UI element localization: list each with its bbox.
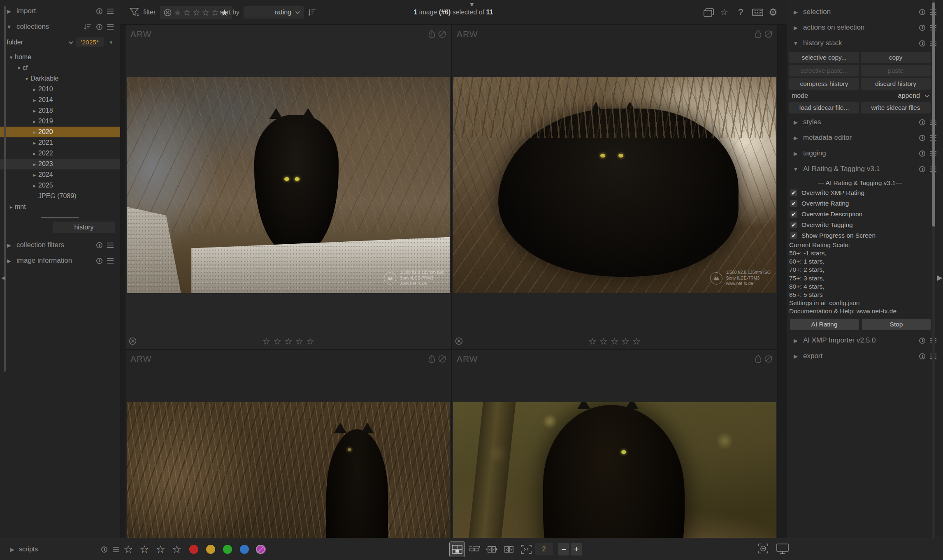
tree-item-cf[interactable]: ▾cf: [0, 62, 120, 73]
checkbox-checked-icon[interactable]: ✔: [790, 189, 797, 197]
star-icon[interactable]: ☆: [284, 336, 293, 347]
section-export[interactable]: export: [787, 348, 943, 364]
section-import[interactable]: import: [0, 3, 120, 19]
presets-icon[interactable]: [107, 24, 114, 30]
ai-checkbox-show-progress-on-screen[interactable]: ✔Show Progress on Screen: [787, 230, 943, 241]
chevron-right-icon[interactable]: [9, 546, 16, 553]
section-collection-filters[interactable]: collection filters: [0, 237, 120, 253]
reset-icon[interactable]: [96, 258, 102, 264]
right-panel-collapse-arrow[interactable]: [936, 273, 943, 282]
chevron-down-icon[interactable]: [792, 166, 799, 172]
tree-item-2023[interactable]: ▸2023: [0, 159, 120, 169]
section-scripts[interactable]: scripts: [9, 538, 38, 560]
reject-icon[interactable]: [129, 337, 137, 345]
reset-icon[interactable]: [96, 242, 102, 248]
tree-item-2020[interactable]: ▸2020: [0, 127, 120, 137]
tree-item-2021[interactable]: ▸2021: [0, 137, 120, 148]
tree-item-2018[interactable]: ▸2018: [0, 105, 120, 116]
section-selection[interactable]: selection: [787, 4, 943, 20]
star-icon[interactable]: ☆: [156, 543, 165, 556]
color-label-blue[interactable]: [240, 545, 249, 554]
star-icon[interactable]: ☆: [273, 336, 281, 347]
reset-icon[interactable]: [96, 8, 102, 14]
presets-icon[interactable]: [107, 9, 114, 14]
star-icon[interactable]: ☆: [139, 543, 149, 556]
section-styles[interactable]: styles: [787, 114, 943, 130]
reject-icon[interactable]: [164, 9, 172, 16]
chevron-right-icon[interactable]: ▸: [31, 140, 38, 146]
star-icon[interactable]: ☆: [295, 336, 303, 347]
rule-value-input[interactable]: '2025*: [76, 37, 104, 47]
load-sidecar-button[interactable]: load sidecar file...: [789, 102, 859, 113]
tree-item-darktable[interactable]: ▾Darktable: [0, 73, 120, 84]
reset-icon[interactable]: [919, 25, 925, 31]
star-icon[interactable]: ☆: [621, 336, 629, 347]
help-icon[interactable]: ?: [738, 0, 743, 25]
star-icon[interactable]: ☆: [632, 336, 641, 347]
presets-icon[interactable]: [107, 243, 114, 248]
chevron-right-icon[interactable]: ▸: [31, 118, 38, 125]
left-panel-scrollbar[interactable]: [4, 6, 6, 372]
chevron-right-icon[interactable]: [792, 9, 799, 15]
reject-icon[interactable]: [455, 337, 463, 345]
thumbnail-cell-2[interactable]: ARW: [451, 25, 778, 349]
reset-icon[interactable]: [919, 166, 925, 172]
color-label-green[interactable]: [223, 545, 232, 554]
view-filemanager-button[interactable]: [450, 542, 465, 557]
section-metadata-editor[interactable]: metadata editor: [787, 130, 943, 146]
reset-icon[interactable]: [919, 40, 925, 46]
tree-item-mnt[interactable]: ▸mnt: [0, 201, 120, 212]
checkbox-checked-icon[interactable]: ✔: [790, 200, 797, 207]
presets-icon[interactable]: [113, 547, 119, 552]
chevron-right-icon[interactable]: ▸: [31, 183, 38, 189]
thumbnail-cell-1[interactable]: ARW: [125, 25, 451, 349]
tree-item-2022[interactable]: ▸2022: [0, 148, 120, 159]
tree-item-home[interactable]: ▾home: [0, 52, 120, 62]
color-label-yellow[interactable]: [206, 545, 215, 554]
favorite-star-icon[interactable]: ☆: [720, 0, 728, 25]
view-culling-dynamic-button[interactable]: X Y: [502, 542, 516, 557]
tree-item-2019[interactable]: ▸2019: [0, 116, 120, 127]
reset-icon[interactable]: [919, 9, 925, 15]
section-tagging[interactable]: tagging: [787, 146, 943, 161]
star-icon[interactable]: ☆: [306, 336, 314, 347]
chevron-down-icon[interactable]: [68, 39, 73, 44]
ai-checkbox-overwrite-xmp-rating[interactable]: ✔Overwrite XMP Rating: [787, 187, 943, 198]
star-rating[interactable]: ☆☆☆☆☆: [262, 336, 314, 347]
chevron-right-icon[interactable]: ▸: [31, 86, 38, 93]
chevron-down-icon[interactable]: ▾: [7, 54, 15, 60]
thumbnail-cell-4[interactable]: ARW: [451, 349, 778, 538]
chevron-right-icon[interactable]: ▸: [31, 108, 38, 114]
paste-mode-row[interactable]: mode append: [787, 90, 943, 101]
focus-peaking-icon[interactable]: [757, 543, 769, 556]
chevron-right-icon[interactable]: ▸: [31, 172, 38, 178]
chevron-right-icon[interactable]: [792, 150, 799, 157]
reset-icon[interactable]: [919, 338, 925, 344]
second-window-icon[interactable]: [704, 0, 714, 25]
sort-criteria-dropdown[interactable]: rating: [244, 6, 304, 19]
color-label-red[interactable]: [189, 545, 198, 554]
ai-stop-button[interactable]: Stop: [862, 319, 931, 330]
section-ai-rating-tagging[interactable]: AI Rating & Tagging v3.1: [787, 161, 943, 177]
filter-star-dim[interactable]: ★: [174, 8, 181, 17]
chevron-right-icon[interactable]: [792, 119, 799, 125]
checkbox-checked-icon[interactable]: ✔: [790, 211, 797, 218]
copy-button[interactable]: copy: [861, 52, 931, 63]
zoom-in-button[interactable]: +: [571, 543, 582, 555]
star-icon[interactable]: ☆: [611, 336, 619, 347]
view-zoomable-button[interactable]: [467, 542, 482, 557]
view-culling-fixed-button[interactable]: X Y: [484, 542, 499, 557]
clear-color-label-button[interactable]: [256, 538, 265, 560]
chevron-right-icon[interactable]: [792, 338, 799, 344]
chevron-down-icon[interactable]: [792, 40, 799, 46]
right-panel-scrollbar-thumb[interactable]: [932, 2, 935, 227]
section-actions-on-selection[interactable]: actions on selection: [787, 20, 943, 35]
filter-star-empty[interactable]: ☆: [193, 8, 200, 17]
left-panel-collapse-arrow[interactable]: [0, 273, 7, 282]
star-rating[interactable]: ☆☆☆☆☆: [588, 336, 641, 347]
tree-item-2014[interactable]: ▸2014: [0, 95, 120, 105]
chevron-down-icon[interactable]: ▾: [23, 76, 30, 82]
chevron-right-icon[interactable]: [6, 242, 12, 248]
chevron-right-icon[interactable]: [792, 353, 799, 359]
chevron-right-icon[interactable]: ▸: [31, 97, 38, 103]
